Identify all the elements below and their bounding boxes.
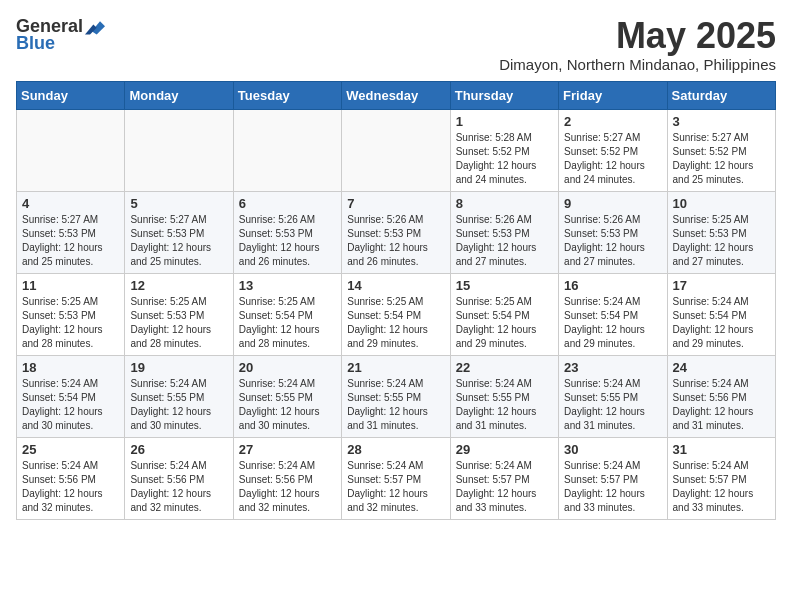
logo-blue-text: Blue	[16, 33, 55, 54]
calendar-cell	[233, 109, 341, 191]
day-number: 25	[22, 442, 119, 457]
day-number: 20	[239, 360, 336, 375]
day-number: 9	[564, 196, 661, 211]
calendar-cell: 17Sunrise: 5:24 AM Sunset: 5:54 PM Dayli…	[667, 273, 775, 355]
day-number: 4	[22, 196, 119, 211]
day-number: 8	[456, 196, 553, 211]
calendar-cell: 9Sunrise: 5:26 AM Sunset: 5:53 PM Daylig…	[559, 191, 667, 273]
calendar-cell: 2Sunrise: 5:27 AM Sunset: 5:52 PM Daylig…	[559, 109, 667, 191]
day-info: Sunrise: 5:28 AM Sunset: 5:52 PM Dayligh…	[456, 131, 553, 187]
calendar-cell: 16Sunrise: 5:24 AM Sunset: 5:54 PM Dayli…	[559, 273, 667, 355]
day-number: 27	[239, 442, 336, 457]
logo-icon	[85, 17, 105, 37]
day-info: Sunrise: 5:24 AM Sunset: 5:56 PM Dayligh…	[673, 377, 770, 433]
day-info: Sunrise: 5:24 AM Sunset: 5:54 PM Dayligh…	[22, 377, 119, 433]
logo: General Blue	[16, 16, 105, 54]
day-number: 17	[673, 278, 770, 293]
calendar-cell: 31Sunrise: 5:24 AM Sunset: 5:57 PM Dayli…	[667, 437, 775, 519]
day-number: 3	[673, 114, 770, 129]
calendar-day-header: Wednesday	[342, 81, 450, 109]
day-info: Sunrise: 5:25 AM Sunset: 5:53 PM Dayligh…	[22, 295, 119, 351]
day-number: 2	[564, 114, 661, 129]
calendar-cell: 23Sunrise: 5:24 AM Sunset: 5:55 PM Dayli…	[559, 355, 667, 437]
day-info: Sunrise: 5:25 AM Sunset: 5:54 PM Dayligh…	[239, 295, 336, 351]
calendar-cell: 14Sunrise: 5:25 AM Sunset: 5:54 PM Dayli…	[342, 273, 450, 355]
day-number: 30	[564, 442, 661, 457]
calendar-day-header: Monday	[125, 81, 233, 109]
day-number: 26	[130, 442, 227, 457]
day-number: 6	[239, 196, 336, 211]
day-number: 21	[347, 360, 444, 375]
calendar-cell: 22Sunrise: 5:24 AM Sunset: 5:55 PM Dayli…	[450, 355, 558, 437]
day-number: 22	[456, 360, 553, 375]
day-number: 11	[22, 278, 119, 293]
day-number: 29	[456, 442, 553, 457]
day-number: 28	[347, 442, 444, 457]
calendar-cell	[17, 109, 125, 191]
day-info: Sunrise: 5:25 AM Sunset: 5:54 PM Dayligh…	[347, 295, 444, 351]
day-number: 13	[239, 278, 336, 293]
day-info: Sunrise: 5:26 AM Sunset: 5:53 PM Dayligh…	[239, 213, 336, 269]
calendar-cell: 11Sunrise: 5:25 AM Sunset: 5:53 PM Dayli…	[17, 273, 125, 355]
day-number: 23	[564, 360, 661, 375]
day-number: 24	[673, 360, 770, 375]
calendar-day-header: Saturday	[667, 81, 775, 109]
day-info: Sunrise: 5:27 AM Sunset: 5:53 PM Dayligh…	[22, 213, 119, 269]
calendar-week-row: 18Sunrise: 5:24 AM Sunset: 5:54 PM Dayli…	[17, 355, 776, 437]
day-number: 14	[347, 278, 444, 293]
calendar-cell: 27Sunrise: 5:24 AM Sunset: 5:56 PM Dayli…	[233, 437, 341, 519]
day-number: 7	[347, 196, 444, 211]
calendar-week-row: 1Sunrise: 5:28 AM Sunset: 5:52 PM Daylig…	[17, 109, 776, 191]
calendar-cell: 19Sunrise: 5:24 AM Sunset: 5:55 PM Dayli…	[125, 355, 233, 437]
day-info: Sunrise: 5:25 AM Sunset: 5:53 PM Dayligh…	[673, 213, 770, 269]
day-info: Sunrise: 5:27 AM Sunset: 5:52 PM Dayligh…	[564, 131, 661, 187]
title-section: May 2025 Dimayon, Northern Mindanao, Phi…	[499, 16, 776, 73]
day-info: Sunrise: 5:24 AM Sunset: 5:54 PM Dayligh…	[673, 295, 770, 351]
day-info: Sunrise: 5:24 AM Sunset: 5:57 PM Dayligh…	[673, 459, 770, 515]
calendar-cell	[125, 109, 233, 191]
calendar-cell: 25Sunrise: 5:24 AM Sunset: 5:56 PM Dayli…	[17, 437, 125, 519]
day-number: 15	[456, 278, 553, 293]
day-info: Sunrise: 5:24 AM Sunset: 5:55 PM Dayligh…	[130, 377, 227, 433]
day-number: 12	[130, 278, 227, 293]
calendar-cell: 29Sunrise: 5:24 AM Sunset: 5:57 PM Dayli…	[450, 437, 558, 519]
calendar-cell: 15Sunrise: 5:25 AM Sunset: 5:54 PM Dayli…	[450, 273, 558, 355]
day-info: Sunrise: 5:24 AM Sunset: 5:57 PM Dayligh…	[347, 459, 444, 515]
calendar-cell: 7Sunrise: 5:26 AM Sunset: 5:53 PM Daylig…	[342, 191, 450, 273]
day-info: Sunrise: 5:27 AM Sunset: 5:53 PM Dayligh…	[130, 213, 227, 269]
day-info: Sunrise: 5:24 AM Sunset: 5:57 PM Dayligh…	[564, 459, 661, 515]
calendar-cell: 10Sunrise: 5:25 AM Sunset: 5:53 PM Dayli…	[667, 191, 775, 273]
day-number: 1	[456, 114, 553, 129]
day-info: Sunrise: 5:26 AM Sunset: 5:53 PM Dayligh…	[456, 213, 553, 269]
calendar-table: SundayMondayTuesdayWednesdayThursdayFrid…	[16, 81, 776, 520]
day-number: 18	[22, 360, 119, 375]
calendar-week-row: 25Sunrise: 5:24 AM Sunset: 5:56 PM Dayli…	[17, 437, 776, 519]
day-info: Sunrise: 5:25 AM Sunset: 5:54 PM Dayligh…	[456, 295, 553, 351]
calendar-cell: 1Sunrise: 5:28 AM Sunset: 5:52 PM Daylig…	[450, 109, 558, 191]
calendar-cell: 13Sunrise: 5:25 AM Sunset: 5:54 PM Dayli…	[233, 273, 341, 355]
day-info: Sunrise: 5:24 AM Sunset: 5:54 PM Dayligh…	[564, 295, 661, 351]
calendar-cell: 24Sunrise: 5:24 AM Sunset: 5:56 PM Dayli…	[667, 355, 775, 437]
day-info: Sunrise: 5:24 AM Sunset: 5:56 PM Dayligh…	[239, 459, 336, 515]
calendar-cell: 5Sunrise: 5:27 AM Sunset: 5:53 PM Daylig…	[125, 191, 233, 273]
day-number: 19	[130, 360, 227, 375]
calendar-cell: 6Sunrise: 5:26 AM Sunset: 5:53 PM Daylig…	[233, 191, 341, 273]
calendar-week-row: 11Sunrise: 5:25 AM Sunset: 5:53 PM Dayli…	[17, 273, 776, 355]
month-title: May 2025	[499, 16, 776, 56]
day-info: Sunrise: 5:25 AM Sunset: 5:53 PM Dayligh…	[130, 295, 227, 351]
day-number: 16	[564, 278, 661, 293]
calendar-cell	[342, 109, 450, 191]
calendar-week-row: 4Sunrise: 5:27 AM Sunset: 5:53 PM Daylig…	[17, 191, 776, 273]
day-number: 5	[130, 196, 227, 211]
day-info: Sunrise: 5:24 AM Sunset: 5:57 PM Dayligh…	[456, 459, 553, 515]
day-info: Sunrise: 5:24 AM Sunset: 5:56 PM Dayligh…	[130, 459, 227, 515]
calendar-cell: 3Sunrise: 5:27 AM Sunset: 5:52 PM Daylig…	[667, 109, 775, 191]
day-info: Sunrise: 5:26 AM Sunset: 5:53 PM Dayligh…	[347, 213, 444, 269]
calendar-day-header: Thursday	[450, 81, 558, 109]
calendar-cell: 18Sunrise: 5:24 AM Sunset: 5:54 PM Dayli…	[17, 355, 125, 437]
calendar-day-header: Tuesday	[233, 81, 341, 109]
calendar-cell: 20Sunrise: 5:24 AM Sunset: 5:55 PM Dayli…	[233, 355, 341, 437]
day-info: Sunrise: 5:26 AM Sunset: 5:53 PM Dayligh…	[564, 213, 661, 269]
calendar-cell: 4Sunrise: 5:27 AM Sunset: 5:53 PM Daylig…	[17, 191, 125, 273]
day-number: 10	[673, 196, 770, 211]
